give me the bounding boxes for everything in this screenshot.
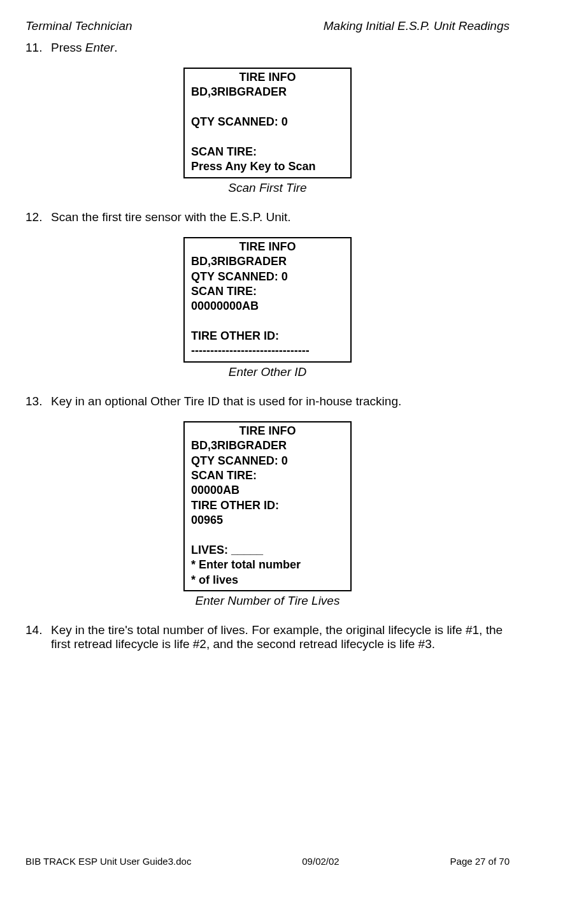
- terminal-line: 00000AB: [191, 483, 344, 498]
- footer-right: Page 27 of 70: [450, 856, 510, 867]
- terminal-caption: Scan First Tire: [25, 181, 510, 195]
- step-12: 12. Scan the first tire sensor with the …: [25, 210, 510, 224]
- page-header: Terminal Technician Making Initial E.S.P…: [25, 19, 510, 33]
- terminal-title: TIRE INFO: [191, 424, 344, 438]
- terminal-caption: Enter Other ID: [25, 365, 510, 379]
- terminal-line: Press Any Key to Scan: [191, 159, 344, 174]
- terminal-line: * of lives: [191, 573, 344, 588]
- terminal-block-2: TIRE INFO BD,3RIBGRADER QTY SCANNED: 0 S…: [25, 237, 510, 379]
- step-prefix: Press: [51, 41, 85, 54]
- step-italic: Enter: [85, 41, 114, 54]
- header-right: Making Initial E.S.P. Unit Readings: [324, 19, 510, 33]
- page-footer: BIB TRACK ESP Unit User Guide3.doc 09/02…: [25, 856, 510, 867]
- terminal-line: QTY SCANNED: 0: [191, 115, 344, 129]
- terminal-title: TIRE INFO: [191, 240, 344, 254]
- step-number: 11.: [25, 41, 51, 55]
- step-number: 13.: [25, 394, 51, 408]
- terminal-line: 00000000AB: [191, 299, 344, 314]
- step-text: Key in an optional Other Tire ID that is…: [51, 394, 510, 408]
- terminal-line: TIRE OTHER ID:: [191, 498, 344, 513]
- terminal-screen-1: TIRE INFO BD,3RIBGRADER QTY SCANNED: 0 S…: [183, 68, 352, 178]
- step-14: 14. Key in the tire's total number of li…: [25, 623, 510, 651]
- terminal-screen-3: TIRE INFO BD,3RIBGRADER QTY SCANNED: 0 S…: [183, 421, 352, 591]
- footer-left: BIB TRACK ESP Unit User Guide3.doc: [25, 856, 191, 867]
- step-suffix: .: [114, 41, 117, 54]
- step-text: Key in the tire's total number of lives.…: [51, 623, 510, 651]
- header-left: Terminal Technician: [25, 19, 132, 33]
- terminal-block-1: TIRE INFO BD,3RIBGRADER QTY SCANNED: 0 S…: [25, 68, 510, 195]
- terminal-line: 00965: [191, 513, 344, 528]
- footer-center: 09/02/02: [302, 856, 339, 867]
- step-13: 13. Key in an optional Other Tire ID tha…: [25, 394, 510, 408]
- step-11: 11. Press Enter.: [25, 41, 510, 55]
- terminal-block-3: TIRE INFO BD,3RIBGRADER QTY SCANNED: 0 S…: [25, 421, 510, 608]
- terminal-line: * Enter total number: [191, 558, 344, 572]
- terminal-line: BD,3RIBGRADER: [191, 254, 344, 269]
- terminal-line: QTY SCANNED: 0: [191, 454, 344, 468]
- terminal-line: TIRE OTHER ID:: [191, 329, 344, 343]
- step-number: 12.: [25, 210, 51, 224]
- terminal-caption: Enter Number of Tire Lives: [25, 594, 510, 608]
- step-text: Scan the first tire sensor with the E.S.…: [51, 210, 510, 224]
- terminal-screen-2: TIRE INFO BD,3RIBGRADER QTY SCANNED: 0 S…: [183, 237, 352, 363]
- step-number: 14.: [25, 623, 51, 651]
- terminal-line: SCAN TIRE:: [191, 468, 344, 483]
- terminal-line: LIVES: _____: [191, 543, 344, 558]
- terminal-line: BD,3RIBGRADER: [191, 438, 344, 453]
- terminal-line: BD,3RIBGRADER: [191, 85, 344, 99]
- terminal-title: TIRE INFO: [191, 70, 344, 85]
- terminal-line: SCAN TIRE:: [191, 284, 344, 299]
- terminal-line: SCAN TIRE:: [191, 145, 344, 159]
- terminal-line: QTY SCANNED: 0: [191, 270, 344, 284]
- terminal-line: -------------------------------: [191, 343, 344, 358]
- step-text: Press Enter.: [51, 41, 510, 55]
